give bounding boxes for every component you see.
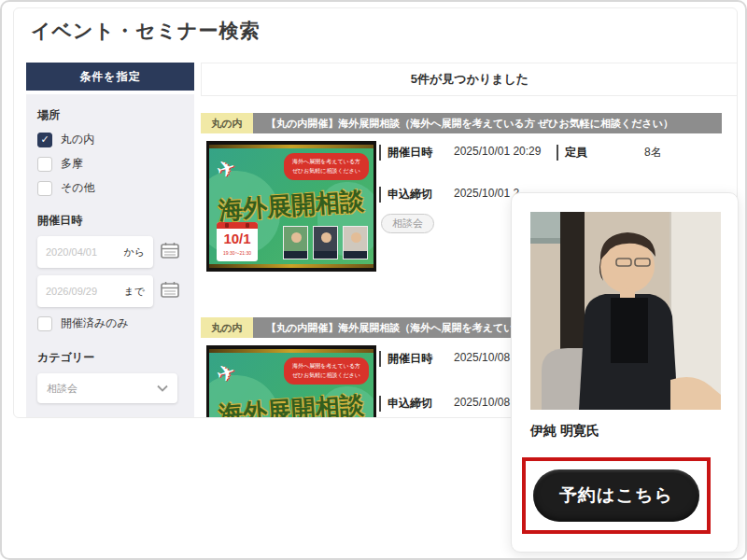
highlight-red-box: 予約はこちら [522, 457, 711, 534]
event-card-header: 丸の内 【丸の内開催】海外展開相談（海外へ展開を考えている方 ぜひお気軽に相談く… [201, 113, 722, 133]
event-category-tag-wrap: 相談会 [381, 214, 434, 233]
banner-speaker-photos [283, 226, 368, 259]
banner-trim [209, 264, 374, 268]
event-datetime-label: 開催日時 [379, 351, 441, 367]
location-label: 場所 [37, 107, 183, 123]
event-deadline-label: 申込締切 [379, 396, 441, 412]
filter-sidebar: 条件を指定 場所 ✓ 丸の内 ✓ 多摩 ✓ その他 開催日時 [26, 63, 194, 418]
event-banner-image[interactable]: ✈ 海外へ展開を考えている方 ぜひお気軽に相談ください 海外展開相談 [206, 345, 376, 418]
category-selected-value: 相談会 [47, 382, 157, 396]
bubble-line: ぜひお気軽に相談ください [292, 167, 360, 176]
bubble-line: 海外へ展開を考えている方 [292, 158, 360, 167]
date-label: 開催日時 [37, 213, 183, 229]
location-option-label: 多摩 [61, 156, 83, 172]
area-tag: 丸の内 [201, 113, 253, 133]
speaker-photo [313, 226, 338, 259]
date-to-input[interactable]: 2026/09/29 まで [37, 275, 153, 307]
event-capacity-value: 8名 [644, 145, 662, 161]
results-count-bar: 5件が見つかりました [201, 63, 738, 96]
event-datetime-value: 2025/10/08 1 [454, 351, 519, 364]
location-option-tama[interactable]: ✓ 多摩 [37, 156, 183, 172]
chevron-down-icon [157, 383, 168, 394]
banner-speech-bubble: 海外へ展開を考えている方 ぜひお気軽に相談ください [284, 357, 369, 385]
banner-trim [209, 349, 374, 353]
event-deadline-value: 2025/10/08 1 [454, 396, 519, 409]
event-deadline-field: 申込締切 2025/10/08 1 [379, 396, 519, 412]
event-datetime-field: 開催日時 2025/10/08 1 [379, 351, 519, 367]
checkbox-marunouchi[interactable]: ✓ [37, 133, 52, 147]
date-to-row: 2026/09/29 まで [37, 275, 183, 307]
event-datetime-value: 2025/10/01 20:29 [454, 145, 541, 158]
screen: イベント・セミナー検索 条件を指定 場所 ✓ 丸の内 ✓ 多摩 ✓ その他 開催… [0, 0, 747, 560]
calendar-icon[interactable] [161, 242, 179, 262]
speaker-photo [283, 226, 308, 259]
event-category-tag: 相談会 [381, 214, 434, 233]
finished-only-option[interactable]: ✓ 開催済みのみ [37, 315, 183, 331]
banner-art: ✈ 海外へ展開を考えている方 ぜひお気軽に相談ください 海外展開相談 10/1 … [209, 145, 374, 268]
event-banner-image[interactable]: ✈ 海外へ展開を考えている方 ぜひお気軽に相談ください 海外展開相談 10/1 … [206, 141, 376, 272]
location-option-marunouchi[interactable]: ✓ 丸の内 [37, 132, 183, 147]
event-datetime-field: 開催日時 2025/10/01 20:29 [379, 145, 541, 161]
filter-sidebar-body: 場所 ✓ 丸の内 ✓ 多摩 ✓ その他 開催日時 2020/04/01 [26, 94, 194, 418]
location-option-other[interactable]: ✓ その他 [37, 180, 183, 196]
category-label: カテゴリー [37, 350, 183, 366]
event-deadline-label: 申込締切 [379, 187, 441, 203]
banner-calendar-day: 10/1 [217, 229, 258, 250]
consultant-popup: 伊純 明寛氏 予約はこちら [511, 192, 739, 553]
checkbox-other[interactable]: ✓ [37, 181, 52, 196]
calendar-icon[interactable] [161, 281, 179, 301]
banner-calendar: 10/1 19:30〜21:30 [217, 222, 258, 261]
date-from-input[interactable]: 2020/04/01 から [37, 236, 153, 268]
consultant-photo [530, 212, 721, 410]
banner-speech-bubble: 海外へ展開を考えている方 ぜひお気軽に相談ください [284, 153, 369, 180]
consultant-name: 伊純 明寛氏 [530, 423, 599, 440]
date-to-suffix: まで [123, 285, 145, 299]
event-capacity-field: 定員 8名 [557, 145, 662, 161]
reserve-button[interactable]: 予約はこちら [533, 469, 699, 522]
filter-sidebar-header: 条件を指定 [26, 63, 194, 91]
location-option-label: その他 [61, 180, 95, 196]
banner-art: ✈ 海外へ展開を考えている方 ぜひお気軽に相談ください 海外展開相談 [209, 349, 374, 418]
event-capacity-label: 定員 [557, 145, 618, 161]
area-tag: 丸の内 [201, 317, 253, 338]
banner-trim [209, 145, 374, 148]
speaker-photo [343, 226, 368, 259]
bubble-line: ぜひお気軽に相談ください [292, 371, 360, 381]
event-datetime-label: 開催日時 [379, 145, 441, 161]
finished-only-label: 開催済みのみ [61, 315, 129, 331]
date-from-value: 2020/04/01 [46, 246, 123, 258]
checkbox-tama[interactable]: ✓ [37, 157, 52, 172]
banner-calendar-header [217, 222, 258, 229]
category-select[interactable]: 相談会 [37, 373, 177, 403]
page-title: イベント・セミナー検索 [31, 18, 260, 44]
event-deadline-value: 2025/10/01 2 [454, 187, 519, 200]
checkbox-finished-only[interactable]: ✓ [37, 316, 52, 331]
event-deadline-field: 申込締切 2025/10/01 2 [379, 187, 519, 203]
bubble-line: 海外へ展開を考えている方 [292, 362, 360, 371]
banner-calendar-time: 19:30〜21:30 [217, 250, 258, 256]
location-option-label: 丸の内 [61, 132, 94, 147]
date-to-value: 2026/09/29 [46, 286, 123, 297]
event-title[interactable]: 【丸の内開催】海外展開相談（海外へ展開を考えている方 ぜひお気軽に相談ください） [253, 113, 722, 133]
check-icon: ✓ [40, 134, 49, 145]
date-from-row: 2020/04/01 から [37, 236, 183, 268]
date-from-suffix: から [123, 245, 145, 259]
